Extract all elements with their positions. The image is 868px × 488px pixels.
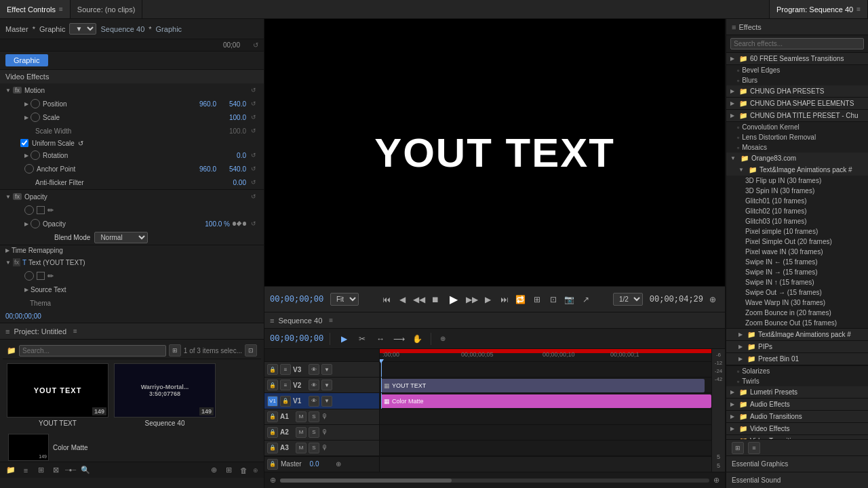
v1-visibility[interactable]: 👁	[309, 396, 319, 407]
effects-item-glitch03[interactable]: Glitch03 (10 frames)	[726, 216, 868, 226]
tab-program[interactable]: Program: Sequence 40 ≡	[769, 0, 868, 18]
anchor-x[interactable]: 960.0	[189, 165, 216, 173]
position-x[interactable]: 960.0	[189, 100, 216, 108]
effects-item-bevel[interactable]: ▫ Bevel Edges	[726, 65, 868, 75]
settings-icon[interactable]: ⊞	[223, 465, 234, 476]
effects-item-pixel-simple[interactable]: Pixel simple (10 frames)	[726, 226, 868, 237]
anchor-point-row[interactable]: Anchor Point 960.0 540.0 ↺	[0, 162, 264, 176]
a2-solo[interactable]: S	[309, 427, 319, 438]
seq-zoom-out[interactable]: ⊕	[713, 476, 719, 485]
seq-expand-left[interactable]: ⊕	[437, 333, 448, 344]
antiflicker-value[interactable]: 0.00	[219, 179, 246, 186]
insert-btn[interactable]: ↗	[579, 293, 593, 306]
scale-row[interactable]: Scale 100.0 ↺	[0, 110, 264, 124]
anchor-reset[interactable]: ↺	[249, 164, 258, 174]
shuttle-right-btn[interactable]: ▶▶	[465, 293, 479, 306]
effects-item-3dflip[interactable]: 3D Flip up IN (30 frames)	[726, 176, 868, 186]
master-graphic-dropdown[interactable]: ▼	[69, 23, 96, 35]
shuttle-left-btn[interactable]: ◀◀	[412, 293, 426, 306]
effects-group-header-audio-effects[interactable]: 📁 Audio Effects	[726, 399, 868, 410]
delete-icon[interactable]: 🗑	[238, 465, 249, 476]
loop-btn[interactable]: 🔁	[514, 293, 528, 306]
opacity-expand[interactable]	[5, 194, 11, 200]
effects-group-header-textimage2[interactable]: 📁 Text&Image Animations pack #	[726, 329, 868, 340]
seq-razor-tool[interactable]: ✂	[355, 331, 370, 346]
project-search-input[interactable]	[19, 345, 166, 357]
scale-width-row[interactable]: Scale Width 100.0 ↺	[0, 124, 264, 138]
a1-mute[interactable]: M	[296, 411, 307, 422]
master-volume[interactable]: 0.0	[310, 460, 330, 468]
effects-search-input[interactable]	[730, 38, 864, 49]
seq-time-display[interactable]: 00;00;00;00	[270, 334, 323, 344]
effects-item-wave-warp[interactable]: Wave Warp IN (30 frames)	[726, 298, 868, 308]
effects-item-glitch01[interactable]: Glitch01 (10 frames)	[726, 196, 868, 206]
seq-select-tool[interactable]: ▶	[336, 331, 351, 346]
rotation-reset[interactable]: ↺	[249, 150, 258, 160]
step-frame-fwd-btn[interactable]: ▶	[481, 293, 495, 306]
effects-group-header-lumetri[interactable]: 📁 Lumetri Presets	[726, 386, 868, 398]
tab-effect-controls-menu[interactable]: ≡	[59, 5, 63, 13]
video-preview[interactable]: YOUT TEXT	[264, 19, 725, 286]
v2-collapse[interactable]: ▼	[321, 380, 332, 390]
opacity-expand2[interactable]	[24, 221, 28, 227]
project-menu[interactable]: ≡	[73, 327, 77, 335]
effects-group-header-orange[interactable]: 📁 Orange83.com	[726, 152, 868, 164]
tab-source[interactable]: Source: (no clips)	[71, 0, 143, 18]
opacity-kf-diamond[interactable]	[237, 221, 242, 226]
rotation-stopwatch[interactable]	[31, 150, 40, 160]
effects-group-header-preset-bin[interactable]: 📁 Preset Bin 01	[726, 353, 868, 365]
step-fwd-btn[interactable]: ⏭	[498, 293, 511, 306]
uniform-scale-checkbox[interactable]	[20, 139, 28, 147]
timeline-scroll[interactable]	[280, 479, 709, 483]
a2-lock[interactable]: 🔒	[267, 427, 278, 438]
safe-margins-btn[interactable]: ⊞	[530, 293, 544, 306]
seq-hand-tool[interactable]: ✋	[410, 331, 425, 346]
position-reset[interactable]: ↺	[249, 99, 258, 108]
effects-item-solarizes[interactable]: ▫ Solarizes	[726, 366, 868, 376]
effects-item-swipe-up[interactable]: Swipe IN ↑ (15 frames)	[726, 277, 868, 287]
essential-graphics-bar[interactable]: Essential Graphics	[726, 455, 868, 472]
v3-lock[interactable]: 🔒	[267, 364, 278, 375]
zoom-to-program-btn[interactable]: ⊕	[706, 293, 719, 306]
new-bin-icon[interactable]: 📁	[5, 465, 16, 476]
tab-effect-controls[interactable]: Effect Controls ≡	[0, 0, 71, 18]
scale-value[interactable]: 100.0	[219, 114, 246, 121]
effects-item-lens[interactable]: ▫ Lens Distortion Removal	[726, 132, 868, 142]
play-stop-btn[interactable]: ⏹	[429, 293, 442, 306]
opacity-kf-right[interactable]	[243, 222, 246, 226]
freeform-view-icon[interactable]: ⊠	[50, 465, 61, 476]
track-v1-clips[interactable]: ▦ Color Matte	[380, 393, 711, 409]
seq-menu[interactable]: ≡	[329, 317, 333, 324]
effects-item-swipe-out[interactable]: Swipe Out → (15 frames)	[726, 287, 868, 298]
effects-item-zoom-in[interactable]: Zoom Bounce in (20 frames)	[726, 308, 868, 318]
seq-ripple-tool[interactable]: ↔	[373, 331, 388, 346]
antiflicker-reset[interactable]: ↺	[249, 178, 258, 187]
scale-width-value[interactable]: 100.0	[219, 127, 246, 135]
antiflicker-row[interactable]: Anti-flicker Filter 0.00 ↺	[0, 176, 264, 189]
motion-row[interactable]: fx Motion ↺	[0, 83, 264, 97]
v3-collapse[interactable]: ▼	[321, 364, 332, 375]
text-expand[interactable]	[5, 260, 11, 266]
v1-collapse[interactable]: ▼	[321, 396, 332, 407]
scale-reset[interactable]: ↺	[249, 113, 258, 122]
a3-solo[interactable]: S	[309, 443, 319, 453]
position-expand[interactable]	[24, 101, 28, 107]
v3-sync[interactable]: ≡	[280, 364, 291, 375]
scale-expand[interactable]	[24, 115, 28, 121]
master-expand[interactable]: ⊕	[333, 459, 344, 470]
text-pen-icon[interactable]: ✏	[47, 272, 54, 281]
time-remap-expand[interactable]	[5, 247, 9, 253]
reset-icon[interactable]: ↺	[253, 41, 258, 49]
opacity-value-row[interactable]: Opacity 100.0 % ↺	[0, 217, 264, 230]
uniform-scale-reset[interactable]: ↺	[78, 140, 83, 147]
track-v2-clips[interactable]: ▦ YOUT TEXT	[380, 378, 711, 393]
effects-group-header-presets[interactable]: 📁 60 FREE Seamless Transitions	[726, 53, 868, 64]
scale-width-reset[interactable]: ↺	[249, 126, 258, 136]
project-folder-icon[interactable]: 📁	[7, 346, 16, 355]
effects-group-header-pips[interactable]: 📁 PIPs	[726, 341, 868, 352]
zoom-icon[interactable]: 🔍	[80, 465, 91, 476]
effects-item-mosaics[interactable]: ▫ Mosaics	[726, 142, 868, 152]
a1-solo[interactable]: S	[309, 411, 319, 422]
v2-visibility[interactable]: 👁	[309, 380, 319, 390]
text-section-row[interactable]: fx T Text (YOUT TEXT)	[0, 256, 264, 269]
